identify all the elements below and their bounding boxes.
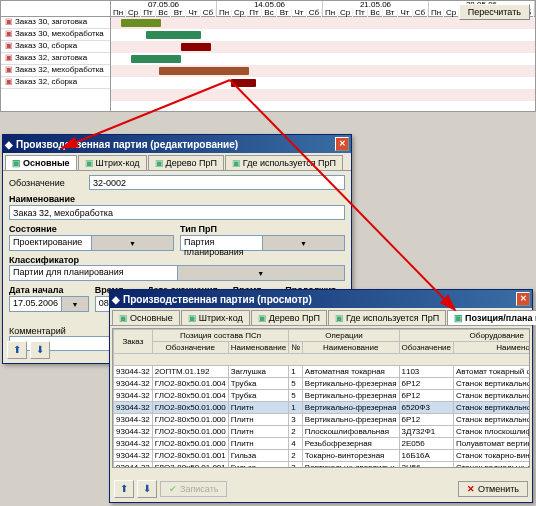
col-labor[interactable]: трудоемкость — [114, 354, 531, 366]
recalc-button[interactable]: Пересчитать — [459, 4, 530, 20]
cell: Гильза — [228, 450, 288, 462]
gantt-task-row[interactable]: Заказ 32, мехобработка — [1, 65, 110, 77]
cell: 3Д732Ф1 — [399, 426, 453, 438]
cell: 2Н56 — [399, 462, 453, 469]
table-row[interactable]: 93044-322ОПТМ.01.192Заглушка1Автоматная … — [114, 366, 531, 378]
gantt-bar[interactable] — [231, 79, 256, 87]
cell: 16Б16А — [399, 450, 453, 462]
cell: 3 — [289, 462, 303, 469]
gantt-bar[interactable] — [121, 19, 161, 27]
tab[interactable]: ▣Штрих-код — [78, 155, 147, 170]
classifier-combo[interactable]: Партии для планирования ▼ — [9, 265, 345, 281]
cell: Заглушка — [228, 366, 288, 378]
col-designation[interactable]: Обозначение — [152, 342, 228, 354]
table-row[interactable]: 93044-32ГЛО2-80x50.01.004Трубка5Вертикал… — [114, 378, 531, 390]
gantt-task-row[interactable]: Заказ 30, мехобработка — [1, 29, 110, 41]
cell: 93044-32 — [114, 438, 153, 450]
cell: Плитн — [228, 438, 288, 450]
name-input[interactable] — [9, 205, 345, 220]
chevron-down-icon[interactable]: ▼ — [177, 266, 345, 280]
label-type: Тип ПрП — [180, 224, 345, 234]
chevron-down-icon[interactable]: ▼ — [262, 236, 344, 250]
cell: Станок плоскошлифовальный с пр — [454, 426, 531, 438]
cell: 1 — [289, 366, 303, 378]
table-row[interactable]: 93044-32ГЛО2-80x50.01.000Плитн2Плоскошли… — [114, 426, 531, 438]
cell: Вертикально-фрезерная — [302, 402, 399, 414]
nav-up-button[interactable]: ⬆ — [114, 480, 134, 498]
cell: 6520Ф3 — [399, 402, 453, 414]
col-eq-designation[interactable]: Обозначение — [399, 342, 453, 354]
table-row[interactable]: 93044-32ГЛО2-80x50.01.001Гильза2Токарно-… — [114, 450, 531, 462]
app-icon: ◆ — [5, 139, 13, 150]
app-icon: ◆ — [112, 294, 120, 305]
table-row[interactable]: 93044-32ГЛО2-80x50.01.000Плитн3Вертикаль… — [114, 414, 531, 426]
nav-down-button[interactable]: ⬇ — [137, 480, 157, 498]
label-classifier: Классификатор — [9, 255, 79, 265]
cell: 5 — [289, 378, 303, 390]
chevron-down-icon[interactable]: ▼ — [91, 236, 173, 250]
table-row[interactable]: 93044-32ГЛО2-80x50.01.000Плитн4Резьбофре… — [114, 438, 531, 450]
close-icon[interactable]: ✕ — [516, 292, 530, 306]
chevron-down-icon[interactable]: ▼ — [61, 297, 88, 311]
tab[interactable]: ▣Где используется ПрП — [328, 310, 446, 325]
cell: 6Р12 — [399, 414, 453, 426]
tab[interactable]: ▣Дерево ПрП — [148, 155, 224, 170]
gantt-chart: Заказ 30, заготовкаЗаказ 30, мехобработк… — [0, 0, 536, 112]
cell: Плоскошлифовальная — [302, 426, 399, 438]
gantt-bar[interactable] — [131, 55, 181, 63]
label-state: Состояние — [9, 224, 174, 234]
gantt-task-row[interactable]: Заказ 32, заготовка — [1, 53, 110, 65]
col-num[interactable]: № — [289, 342, 303, 354]
cell: 93044-32 — [114, 414, 153, 426]
close-icon[interactable]: ✕ — [335, 137, 349, 151]
gantt-task-list: Заказ 30, заготовкаЗаказ 30, мехобработк… — [1, 1, 111, 111]
tab[interactable]: ▣Дерево ПрП — [251, 310, 327, 325]
cell: Гильза — [228, 462, 288, 469]
tab[interactable]: ▣Где используется ПрП — [225, 155, 343, 170]
type-combo[interactable]: Партия планирования ▼ — [180, 235, 345, 251]
nav-down-button[interactable]: ⬇ — [30, 341, 50, 359]
cell: Вертикально-фрезерная — [302, 390, 399, 402]
gantt-date-column: 14.05.06ПнСрПтВсВтЧтСб — [217, 1, 323, 16]
cell: ГЛО2-80x50.01.001 — [152, 462, 228, 469]
tabs: ▣Основные▣Штрих-код▣Дерево ПрП▣Где испол… — [3, 153, 351, 171]
cell: Плитн — [228, 402, 288, 414]
tab-icon: ▣ — [232, 158, 241, 168]
nav-up-button[interactable]: ⬆ — [7, 341, 27, 359]
gantt-task-row[interactable]: Заказ 30, заготовка — [1, 17, 110, 29]
cell: Трубка — [228, 378, 288, 390]
tab-icon: ▣ — [12, 158, 21, 168]
cell: Станок радиально-сверлильный пер — [454, 462, 531, 469]
table-row[interactable]: 93044-32ГЛО2-80x50.01.001Гильза3Вертикал… — [114, 462, 531, 469]
gantt-bar[interactable] — [146, 31, 201, 39]
gantt-task-row[interactable]: Заказ 32, сборка — [1, 77, 110, 89]
cancel-button[interactable]: ✕Отменить — [458, 481, 528, 497]
cell: ГЛО2-80x50.01.000 — [152, 438, 228, 450]
table-row[interactable]: 93044-32ГЛО2-80x50.01.000Плитн1Вертикаль… — [114, 402, 531, 414]
gantt-task-row[interactable]: Заказ 30, сборка — [1, 41, 110, 53]
gantt-bar[interactable] — [159, 67, 249, 75]
cell: 93044-32 — [114, 426, 153, 438]
window-title: Производственная партия (редактирование) — [16, 139, 334, 150]
cell: Вертикально-фрезерная — [302, 414, 399, 426]
start-date-input[interactable]: 17.05.2006▼ — [9, 296, 89, 312]
cell: Плитн — [228, 426, 288, 438]
table-row[interactable]: 93044-32ГЛО2-80x50.01.004Трубка5Вертикал… — [114, 390, 531, 402]
col-op-name[interactable]: Наименование — [302, 342, 399, 354]
col-name[interactable]: Наименование — [228, 342, 288, 354]
cell: 2 — [289, 450, 303, 462]
gantt-bar[interactable] — [181, 43, 211, 51]
tab[interactable]: ▣Основные — [112, 310, 180, 325]
cell: 93044-32 — [114, 390, 153, 402]
tab-icon: ▣ — [188, 313, 197, 323]
tab[interactable]: ▣Штрих-код — [181, 310, 250, 325]
designation-input[interactable] — [89, 175, 345, 190]
state-combo[interactable]: Проектирование ▼ — [9, 235, 174, 251]
bottom-toolbar: ⬆ ⬇ ✔Записать ✕Отменить — [110, 478, 532, 500]
tab[interactable]: ▣Основные — [5, 155, 77, 170]
cell: ГЛО2-80x50.01.004 — [152, 378, 228, 390]
col-order[interactable]: Заказ — [114, 330, 153, 354]
tab[interactable]: ▣Позиция/плана в ПрП — [447, 310, 536, 325]
col-eq-name[interactable]: Наименование — [454, 342, 531, 354]
cell: Станок вертикально-фрезерный кон — [454, 390, 531, 402]
